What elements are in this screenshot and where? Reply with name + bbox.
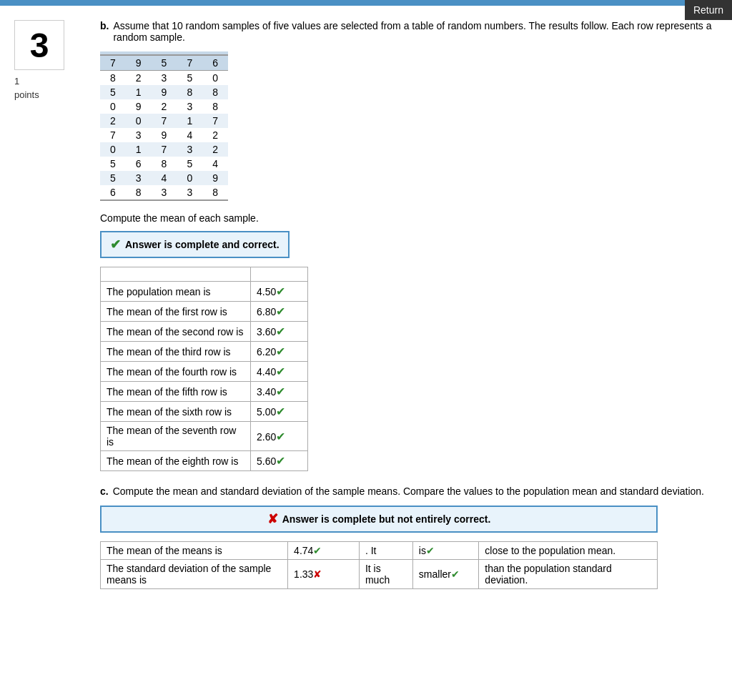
means-row-label: The population mean is: [101, 282, 251, 302]
row-check-icon: ✔: [276, 385, 285, 398]
bottom-row: The mean of the means is4.74✔. Itis✔clos…: [101, 542, 658, 560]
means-row: The mean of the sixth row is5.00✔: [101, 402, 308, 422]
data-table: 7957682350519880923820717739420173256854…: [100, 51, 228, 201]
means-row: The mean of the fourth row is4.40✔: [101, 362, 308, 382]
row-check-icon: ✔: [276, 430, 285, 443]
part-b-text: Assume that 10 random samples of five va…: [113, 20, 718, 43]
means-row-value: 4.40✔: [251, 362, 308, 382]
means-row-value: 6.20✔: [251, 342, 308, 362]
bottom-label: The standard deviation of the sample mea…: [101, 560, 288, 589]
means-row-label: The mean of the fifth row is: [101, 382, 251, 402]
means-row-label: The mean of the first row is: [101, 302, 251, 322]
means-row-label: The mean of the eighth row is: [101, 451, 251, 471]
row-check-icon: ✔: [276, 325, 285, 337]
row-check-icon: ✔: [276, 285, 285, 297]
answer-partial-text: Answer is complete but not entirely corr…: [282, 513, 491, 525]
means-row: The mean of the second row is3.60✔: [101, 322, 308, 342]
bottom-is-check-icon: ✔: [451, 568, 460, 580]
question-number: 3: [14, 20, 64, 70]
top-bar: [0, 0, 732, 6]
means-row-value: 3.60✔: [251, 322, 308, 342]
means-row-value: 6.80✔: [251, 302, 308, 322]
means-row-label: The mean of the fourth row is: [101, 362, 251, 382]
bottom-mid-text: . It: [359, 542, 412, 560]
means-row-label: The mean of the second row is: [101, 322, 251, 342]
means-row: The mean of the third row is6.20✔: [101, 342, 308, 362]
bottom-is-check-icon: ✔: [426, 545, 435, 556]
means-row-value: 4.50✔: [251, 282, 308, 302]
row-check-icon: ✔: [276, 405, 285, 418]
bottom-check-icon: ✘: [313, 568, 322, 580]
points-text: points: [14, 89, 86, 100]
bottom-check-icon: ✔: [313, 545, 322, 556]
means-row: The mean of the first row is6.80✔: [101, 302, 308, 322]
means-row-value: 5.00✔: [251, 402, 308, 422]
answer-correct-box: ✔ Answer is complete and correct.: [100, 231, 290, 258]
bottom-value: 1.33✘: [288, 560, 360, 589]
part-c-text: Compute the mean and standard deviation …: [113, 485, 704, 497]
bottom-is-col: smaller✔: [412, 560, 479, 589]
means-row: The mean of the fifth row is3.40✔: [101, 382, 308, 402]
means-row-value: 2.60✔: [251, 422, 308, 451]
part-b-label: b.: [100, 20, 109, 43]
means-row-value: 3.40✔: [251, 382, 308, 402]
bottom-table: The mean of the means is4.74✔. Itis✔clos…: [100, 541, 658, 589]
answer-correct-text: Answer is complete and correct.: [125, 239, 280, 250]
row-check-icon: ✔: [276, 455, 285, 467]
row-check-icon: ✔: [276, 305, 285, 317]
bottom-label: The mean of the means is: [101, 542, 288, 560]
bottom-right-text: than the population standard deviation.: [479, 560, 658, 589]
row-check-icon: ✔: [276, 365, 285, 378]
bottom-value: 4.74✔: [288, 542, 360, 560]
bottom-mid-text: It is much: [359, 560, 412, 589]
means-row-label: The mean of the sixth row is: [101, 402, 251, 422]
correct-check-icon: ✔: [110, 237, 121, 252]
means-row-label: The mean of the seventh row is: [101, 422, 251, 451]
means-table: The population mean is4.50✔The mean of t…: [100, 267, 308, 471]
row-check-icon: ✔: [276, 345, 285, 358]
bottom-row: The standard deviation of the sample mea…: [101, 560, 658, 589]
points-value: 1: [14, 76, 86, 87]
means-row: The mean of the eighth row is5.60✔: [101, 451, 308, 471]
part-c-label: c.: [100, 485, 109, 497]
answer-partial-box: ✘ Answer is complete but not entirely co…: [100, 506, 658, 533]
means-row-label: The mean of the third row is: [101, 342, 251, 362]
means-row: The mean of the seventh row is2.60✔: [101, 422, 308, 451]
partial-x-icon: ✘: [267, 511, 278, 527]
bottom-is-col: is✔: [412, 542, 479, 560]
bottom-right-text: close to the population mean.: [479, 542, 658, 560]
means-row-value: 5.60✔: [251, 451, 308, 471]
means-row: The population mean is4.50✔: [101, 282, 308, 302]
compute-text: Compute the mean of each sample.: [100, 212, 718, 224]
